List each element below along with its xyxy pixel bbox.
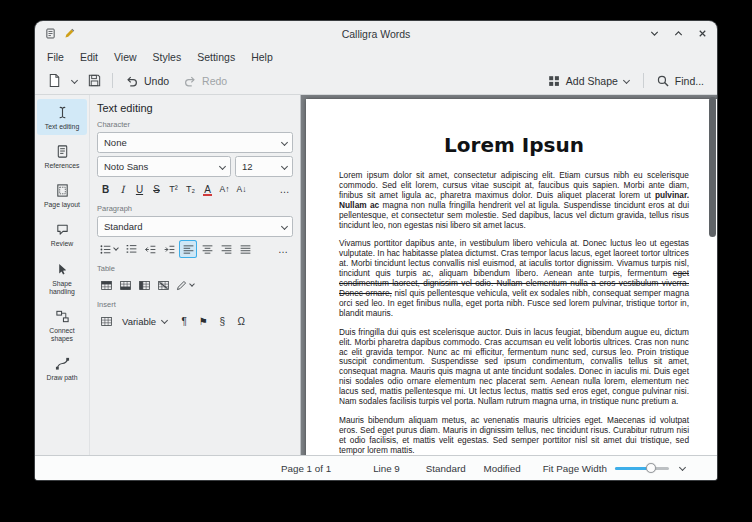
statusbar-expand-button[interactable] (679, 464, 687, 472)
bullet-list-icon (99, 243, 112, 256)
insert-column-button[interactable] (135, 276, 153, 294)
redo-button[interactable]: Redo (177, 70, 233, 92)
delete-table-icon (157, 279, 170, 292)
close-button[interactable] (697, 28, 708, 39)
insert-footnote-button[interactable]: ¶ (175, 312, 193, 330)
menu-help[interactable]: Help (243, 49, 281, 65)
chevron-down-icon (280, 139, 288, 147)
app-icon (44, 27, 57, 40)
bullet-list-button[interactable] (97, 240, 121, 258)
zoom-slider[interactable] (615, 460, 669, 476)
border-pen-button[interactable] (173, 276, 197, 294)
document-paragraph[interactable]: Mauris bibendum aliquam metus, ac venena… (339, 416, 689, 455)
font-family-select[interactable]: Noto Sans (97, 156, 231, 177)
menu-styles[interactable]: Styles (145, 49, 190, 65)
zoom-mode-button[interactable]: Fit Page Width (543, 463, 607, 474)
menu-edit[interactable]: Edit (72, 49, 106, 65)
font-size-select[interactable]: 12 (235, 156, 293, 177)
insert-row-below-button[interactable] (116, 276, 134, 294)
search-icon (656, 74, 670, 88)
insert-column-icon (138, 279, 151, 292)
zoom-slider-handle[interactable] (646, 463, 656, 473)
shape-handling-icon (55, 262, 70, 277)
tool-tab-page-layout[interactable]: Page layout (37, 177, 87, 213)
shrink-font-button[interactable]: A↓ (233, 180, 250, 198)
align-left-button[interactable] (179, 240, 197, 258)
paragraph-format-row: … (97, 240, 293, 258)
document-page[interactable]: Lorem Ipsun Lorem ipsum dolor sit amet, … (306, 99, 717, 455)
save-button[interactable] (82, 70, 106, 92)
document-paragraph[interactable]: Duis fringilla dui quis est scelerisque … (339, 328, 689, 407)
connect-shapes-icon (55, 309, 70, 324)
document-title[interactable]: Lorem Ipsun (339, 133, 689, 157)
chevron-down-icon (280, 223, 288, 231)
align-justify-button[interactable] (236, 240, 254, 258)
tool-tab-references[interactable]: References (37, 138, 87, 174)
grow-font-button[interactable]: A↑ (216, 180, 233, 198)
tool-sidebar: Text editing References Page layout Revi… (35, 95, 89, 455)
open-recent-dropdown[interactable] (68, 70, 80, 92)
references-icon (55, 144, 70, 159)
main-toolbar: Undo Redo Add Shape Find... (35, 67, 717, 95)
tool-tab-label: Shape handling (43, 280, 81, 296)
chevron-down-icon (280, 163, 288, 171)
menubar: File Edit View Styles Settings Help (35, 46, 717, 67)
menu-file[interactable]: File (39, 49, 72, 65)
text-color-button[interactable]: A (199, 180, 216, 198)
minimize-button[interactable] (649, 28, 660, 39)
add-shape-button[interactable]: Add Shape (541, 70, 637, 92)
font-size-value: 12 (242, 161, 280, 172)
insert-table-button[interactable] (97, 312, 115, 330)
menu-settings[interactable]: Settings (189, 49, 243, 65)
tool-tab-connect-shapes[interactable]: Connect shapes (37, 303, 87, 347)
insert-row-above-button[interactable] (97, 276, 115, 294)
table-row (97, 276, 293, 294)
align-center-button[interactable] (198, 240, 216, 258)
paragraph-more-button[interactable]: … (273, 240, 293, 258)
border-pen-icon (175, 279, 188, 292)
titlebar[interactable]: Calligra Words (35, 21, 717, 46)
tool-tab-label: Review (51, 240, 73, 248)
edit-pen-icon (63, 27, 76, 40)
tool-tab-shape-handling[interactable]: Shape handling (37, 256, 87, 300)
new-document-button[interactable] (42, 70, 66, 92)
undo-button[interactable]: Undo (119, 70, 175, 92)
superscript-button[interactable]: T² (165, 180, 182, 198)
character-more-button[interactable]: … (276, 180, 293, 198)
decrease-indent-button[interactable] (141, 240, 159, 258)
tool-tab-text-editing[interactable]: Text editing (37, 99, 87, 135)
scrollbar-thumb[interactable] (709, 97, 716, 237)
numbered-list-button[interactable] (122, 240, 140, 258)
draw-path-icon (55, 356, 70, 371)
insert-row-above-icon (100, 279, 113, 292)
variable-dropdown[interactable]: Variable (116, 312, 174, 330)
menu-view[interactable]: View (106, 49, 145, 65)
insert-special-character-button[interactable]: Ω (232, 312, 250, 330)
document-paragraph[interactable]: Lorem ipsum dolor sit amet, consectetur … (339, 171, 689, 230)
document-canvas[interactable]: Lorem Ipsun Lorem ipsum dolor sit amet, … (301, 95, 717, 455)
italic-button[interactable]: I (114, 180, 131, 198)
bold-button[interactable]: B (97, 180, 114, 198)
align-right-button[interactable] (217, 240, 235, 258)
maximize-button[interactable] (673, 28, 684, 39)
delete-table-button[interactable] (154, 276, 172, 294)
align-justify-icon (239, 243, 252, 256)
text-editing-icon (55, 105, 70, 120)
chevron-down-icon (218, 163, 226, 171)
increase-indent-button[interactable] (160, 240, 178, 258)
tool-tab-draw-path[interactable]: Draw path (37, 350, 87, 386)
character-style-select[interactable]: None (97, 132, 293, 153)
tool-tab-review[interactable]: Review (37, 216, 87, 252)
underline-button[interactable]: U (131, 180, 148, 198)
subscript-button[interactable]: T₂ (182, 180, 199, 198)
paragraph-style-select[interactable]: Standard (97, 216, 293, 237)
document-paragraph[interactable]: Vivamus porttitor dapibus ante, in vesti… (339, 239, 689, 318)
find-button[interactable]: Find... (650, 70, 710, 92)
save-icon (87, 73, 102, 88)
character-style-value: None (104, 137, 280, 148)
insert-bookmark-button[interactable]: ⚑ (194, 312, 212, 330)
insert-section-button[interactable]: § (213, 312, 231, 330)
vertical-scrollbar[interactable] (707, 95, 717, 455)
style-indicator[interactable]: Standard (426, 463, 466, 474)
strikethrough-button[interactable]: S (148, 180, 165, 198)
